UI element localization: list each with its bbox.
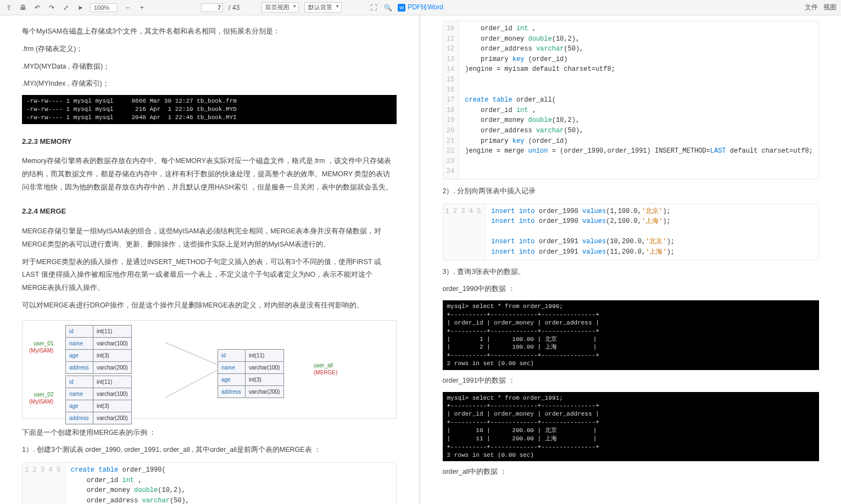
below-diagram-text: 下面是一个创建和使用MERGE表的示例 ：	[22, 427, 397, 440]
code-block-inserts: 1 2 3 4 5 insert into order_1990 values(…	[443, 204, 820, 260]
heading-merge: 2.2.4 MERGE	[22, 205, 397, 219]
code-gutter: 1 2 3 4 5	[443, 204, 486, 260]
code-body: order_id int , order_money double(10,2),…	[459, 21, 818, 179]
code-block-create-1990: 1 2 3 4 5 create table order_1990( order…	[22, 462, 397, 504]
code-body: insert into order_1990 values(1,100.0,'北…	[486, 204, 818, 260]
search-icon[interactable]: 🔍	[383, 3, 392, 12]
cursor-icon[interactable]: ➤	[76, 3, 85, 12]
svg-line-1	[165, 370, 218, 397]
step-3-text: 3）. 查询3张表中的数据。	[443, 266, 820, 279]
diagram-table-user01: idint(11) namevarchar(100) ageint(3) add…	[65, 325, 132, 374]
share-icon[interactable]: ⇪	[4, 3, 13, 12]
intro-text: 每个MyISAM在磁盘上存储成3个文件，其文件名都和表名相同，但拓展名分别是：	[22, 25, 397, 38]
terminal-order-1991: mysql> select * from order_1991; +------…	[443, 392, 820, 462]
page-number-input[interactable]	[201, 3, 223, 12]
code-gutter: 10 11 12 13 14 15 16 17 18 19 20 21 22 2…	[443, 21, 460, 179]
label-order-1991: order_1991中的数据 ：	[443, 374, 820, 388]
heading-memory: 2.2.3 MEMORY	[22, 135, 397, 149]
back-icon[interactable]: ↶	[33, 3, 42, 12]
zoom-in-icon[interactable]: +	[137, 3, 146, 12]
fullscreen-icon[interactable]: ⛶	[369, 3, 378, 12]
memory-paragraph: Memory存储引擎将表的数据存放在内存中。每个MEMORY表实际对应一个磁盘文…	[22, 155, 397, 194]
page-width-icon[interactable]: ⤢	[62, 3, 70, 12]
background-mode-select[interactable]: 默认背景	[304, 2, 342, 13]
svg-line-0	[165, 343, 218, 365]
menu-file[interactable]: 文件	[805, 3, 818, 12]
diagram-table-user02: idint(11) namevarchar(100) ageint(3) add…	[65, 376, 132, 424]
label-order-all: order_all中的数据 ：	[443, 466, 820, 479]
menu-view[interactable]: 视图	[823, 3, 837, 12]
merge-paragraph-1: MERGE存储引擎是一组MyISAM表的组合，这些MyISAM表必须结构完全相同…	[22, 225, 397, 251]
zoom-out-icon[interactable]: −	[123, 3, 132, 12]
forward-icon[interactable]: ↷	[47, 3, 56, 12]
terminal-order-1990: mysql> select * from order_1990; +------…	[443, 300, 820, 370]
page-right: 10 11 12 13 14 15 16 17 18 19 20 21 22 2…	[421, 15, 842, 504]
print-icon[interactable]: 🖶	[19, 3, 27, 12]
merge-diagram: user_01(MyISAM) idint(11) namevarchar(10…	[22, 320, 397, 419]
code-gutter: 1 2 3 4 5	[23, 463, 65, 504]
diagram-label-user01: user_01(MyISAM)	[29, 340, 53, 354]
file-frm: .frm (存储表定义)；	[22, 43, 397, 56]
merge-paragraph-2: 对于MERGE类型表的插入操作，是通过INSERT_METHOD子句定义插入的表…	[22, 256, 397, 295]
page-total: / 43	[229, 4, 240, 12]
view-mode-select[interactable]: 双页视图	[261, 2, 299, 13]
diagram-table-userall: idint(11) namevarchar(100) ageint(3) add…	[218, 349, 284, 398]
file-myi: .MYI(MYIndex , 存储索引)；	[22, 77, 397, 91]
page-left: 每个MyISAM在磁盘上存储成3个文件，其文件名都和表名相同，但拓展名分别是： …	[0, 15, 421, 504]
step-1-text: 1）. 创建3个测试表 order_1990, order_1991, orde…	[22, 444, 397, 457]
file-myd: .MYD(MYData , 存储数据)；	[22, 60, 397, 74]
label-order-1990: order_1990中的数据 ：	[443, 283, 820, 296]
pdf-to-word-label: PDF转Word	[408, 3, 443, 12]
pdf-to-word-button[interactable]: W PDF转Word	[398, 3, 443, 12]
code-block-create-all: 10 11 12 13 14 15 16 17 18 19 20 21 22 2…	[443, 21, 820, 180]
step-2-text: 2）. 分别向两张表中插入记录	[443, 185, 820, 198]
diagram-label-user02: user_02(MyISAM)	[29, 391, 53, 405]
diagram-label-userall: user_all(MERGE)	[314, 362, 337, 376]
zoom-level[interactable]: 100%	[90, 3, 118, 12]
merge-paragraph-3: 可以对MERGE表进行DROP操作，但是这个操作只是删除MERGE表的定义，对内…	[22, 299, 397, 312]
word-icon: W	[398, 4, 405, 12]
document-spread: 每个MyISAM在磁盘上存储成3个文件，其文件名都和表名相同，但拓展名分别是： …	[0, 15, 841, 504]
ls-output-terminal: -rw-rw---- 1 mysql mysql 8666 Mar 30 12:…	[22, 95, 397, 124]
code-body: create table order_1990( order_id int , …	[65, 463, 396, 504]
pdf-toolbar: ⇪ 🖶 ↶ ↷ ⤢ ➤ 100% − + / 43 双页视图 默认背景 ⛶ 🔍 …	[0, 0, 841, 15]
